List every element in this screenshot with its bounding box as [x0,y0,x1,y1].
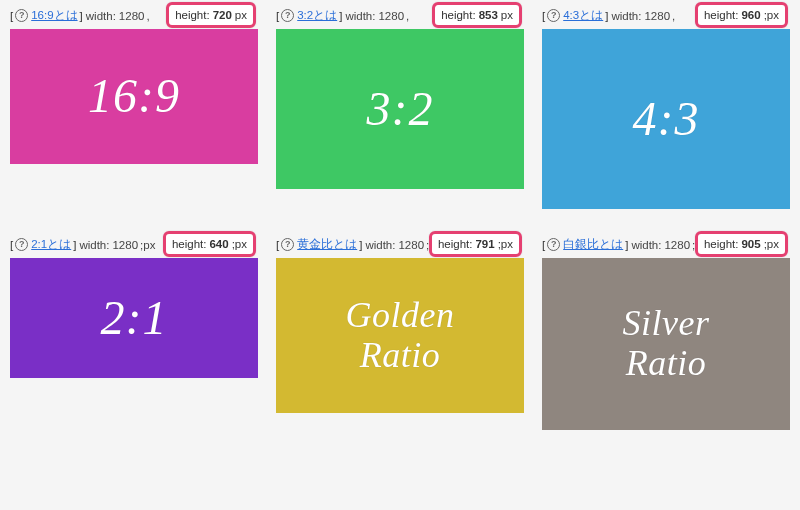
height-value: 905 [741,238,760,250]
bracket-close: ] [605,10,608,22]
height-box-silver: height: 905 ;px [695,231,788,257]
width-value: 1280 [644,10,670,22]
link-32[interactable]: 3:2とは [297,8,337,23]
height-box-43: height: 960 ;px [695,2,788,28]
height-label: height: [704,238,739,250]
height-unit: ;px [764,238,779,250]
card-golden: Golden Ratio [276,258,524,413]
height-value: 853 [479,9,498,21]
height-unit: px [501,9,513,21]
height-box-169: height: 720 px [166,2,256,28]
help-icon: ? [15,9,28,22]
bracket-open: [ [10,239,13,251]
link-silver[interactable]: 白銀比とは [563,237,623,252]
cell-169: [ ? 16:9とは ] width: 1280 , height: 720 p… [10,8,258,209]
bracket-close: ] [339,10,342,22]
height-label: height: [441,9,476,21]
height-unit: ;px [764,9,779,21]
bracket-open: [ [542,239,545,251]
width-value: 1280 [398,239,424,251]
bracket-close: ] [73,239,76,251]
card-32: 3:2 [276,29,524,189]
cell-21: [ ? 2:1とは ] width: 1280 ;px height: 640 … [10,237,258,430]
height-value: 791 [475,238,494,250]
height-value: 720 [213,9,232,21]
width-value: 1280 [112,239,138,251]
bracket-close: ] [80,10,83,22]
bracket-open: [ [542,10,545,22]
height-unit: px [235,9,247,21]
height-value: 640 [209,238,228,250]
ratio-grid: [ ? 16:9とは ] width: 1280 , height: 720 p… [10,8,790,430]
width-value: 1280 [378,10,404,22]
width-sep: , [146,10,149,22]
link-21[interactable]: 2:1とは [31,237,71,252]
width-value: 1280 [664,239,690,251]
width-label: width: [79,239,109,251]
width-sep: , [672,10,675,22]
height-label: height: [704,9,739,21]
help-icon: ? [547,9,560,22]
height-box-21: height: 640 ;px [163,231,256,257]
help-icon: ? [281,9,294,22]
bracket-close: ] [359,239,362,251]
width-label: width: [631,239,661,251]
help-icon: ? [281,238,294,251]
link-43[interactable]: 4:3とは [563,8,603,23]
help-icon: ? [547,238,560,251]
height-unit: ;px [498,238,513,250]
card-169: 16:9 [10,29,258,164]
bracket-close: ] [625,239,628,251]
link-169[interactable]: 16:9とは [31,8,77,23]
width-label: width: [86,10,116,22]
cell-43: [ ? 4:3とは ] width: 1280 , height: 960 ;p… [542,8,790,209]
height-value: 960 [741,9,760,21]
width-sep: ;px [140,239,155,251]
card-21: 2:1 [10,258,258,378]
width-label: width: [611,10,641,22]
height-box-32: height: 853 px [432,2,522,28]
bracket-open: [ [276,239,279,251]
height-unit: ;px [232,238,247,250]
bracket-open: [ [276,10,279,22]
card-43: 4:3 [542,29,790,209]
cell-silver: [ ? 白銀比とは ] width: 1280 ;px height: 905 … [542,237,790,430]
width-value: 1280 [119,10,145,22]
width-label: width: [365,239,395,251]
cell-golden: [ ? 黄金比とは ] width: 1280 ;px height: 791 … [276,237,524,430]
link-golden[interactable]: 黄金比とは [297,237,357,252]
height-label: height: [175,9,210,21]
card-silver: Silver Ratio [542,258,790,430]
height-label: height: [438,238,473,250]
bracket-open: [ [10,10,13,22]
height-box-golden: height: 791 ;px [429,231,522,257]
help-icon: ? [15,238,28,251]
cell-32: [ ? 3:2とは ] width: 1280 , height: 853 px… [276,8,524,209]
width-sep: , [406,10,409,22]
width-label: width: [345,10,375,22]
height-label: height: [172,238,207,250]
